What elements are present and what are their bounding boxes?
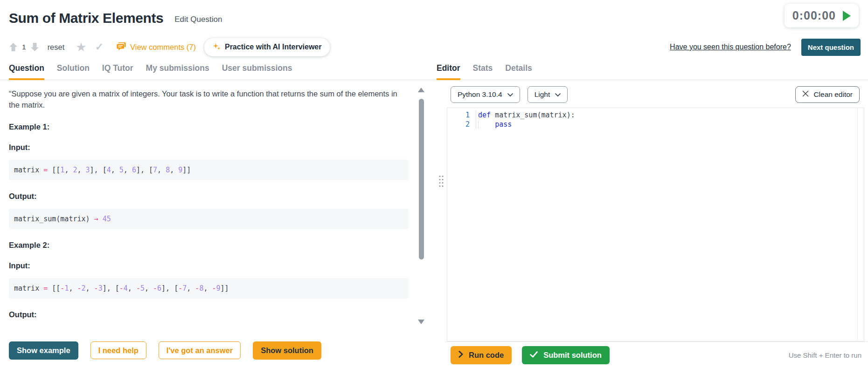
- page-title: Sum of Matrix Elements: [9, 10, 163, 26]
- show-example-button[interactable]: Show example: [9, 341, 78, 360]
- seen-before-link[interactable]: Have you seen this question before?: [670, 43, 791, 51]
- question-panel: “Suppose you are given a matrix of integ…: [0, 80, 437, 368]
- input2-label: Input:: [9, 261, 408, 270]
- output1-label: Output:: [9, 192, 408, 201]
- tab-solution[interactable]: Solution: [57, 63, 90, 80]
- tab-question[interactable]: Question: [9, 63, 44, 80]
- language-select[interactable]: Python 3.10.4: [451, 86, 520, 103]
- tabs-row: Question Solution IQ Tutor My submission…: [0, 63, 868, 80]
- run-code-button[interactable]: Run code: [451, 346, 512, 364]
- comments-icon: [117, 42, 126, 53]
- sparkles-icon: [213, 42, 221, 52]
- tab-my-submissions[interactable]: My submissions: [146, 63, 209, 80]
- editor-toolbar: Python 3.10.4 Light Clean editor: [446, 80, 868, 108]
- check-icon[interactable]: ✓: [95, 41, 104, 53]
- code-editor-content[interactable]: 1def matrix_sum(matrix):2 pass: [447, 108, 864, 129]
- main-split: “Suppose you are given a matrix of integ…: [0, 80, 868, 368]
- input2-code-block: matrix = [[-1, -2, -3], [-4, -5, -6], [-…: [9, 278, 409, 299]
- downvote-icon[interactable]: [30, 42, 39, 52]
- theme-select[interactable]: Light: [528, 86, 568, 103]
- show-solution-button[interactable]: Show solution: [253, 341, 321, 360]
- shortcut-hint: Use Shift + Enter to run: [789, 351, 861, 359]
- question-intro: “Suppose you are given a matrix of integ…: [9, 89, 408, 111]
- star-icon[interactable]: ★: [76, 42, 86, 52]
- question-content: “Suppose you are given a matrix of integ…: [0, 80, 437, 333]
- vote-count: 1: [22, 43, 26, 51]
- need-help-button[interactable]: I need help: [90, 341, 146, 359]
- editor-footer: Run code Submit solution Use Shift + Ent…: [446, 341, 868, 368]
- next-question-button[interactable]: Next question: [801, 39, 861, 56]
- output1-code-block: matrix_sum(matrix) → 45: [9, 209, 409, 229]
- clean-editor-button[interactable]: Clean editor: [795, 86, 860, 103]
- got-answer-button[interactable]: I've got an answer: [159, 341, 241, 359]
- editor-tabs: Editor Stats Details: [437, 63, 532, 80]
- question-actions: Show example I need help I've got an ans…: [0, 333, 437, 368]
- run-code-label: Run code: [469, 351, 504, 360]
- question-scrollbar[interactable]: [418, 88, 424, 324]
- example1-label: Example 1:: [9, 123, 408, 131]
- language-select-value: Python 3.10.4: [458, 90, 502, 99]
- scrollbar-up-arrow-icon[interactable]: [418, 88, 424, 92]
- tab-iq-tutor[interactable]: IQ Tutor: [102, 63, 133, 80]
- chevron-down-icon: [507, 90, 513, 99]
- close-icon: [802, 90, 809, 99]
- checkmark-icon: [530, 351, 538, 360]
- scrollbar-thumb[interactable]: [419, 99, 424, 259]
- title-row: Sum of Matrix Elements Edit Question 0:0…: [9, 4, 861, 33]
- panel-resize-handle[interactable]: [437, 80, 446, 368]
- action-bar: 1 reset ★ ✓ View comments (7): [9, 36, 861, 58]
- tab-stats[interactable]: Stats: [473, 63, 493, 80]
- chevron-right-icon: [458, 351, 463, 360]
- timer-card: 0:00:00: [785, 4, 859, 27]
- tab-user-submissions[interactable]: User submissions: [222, 63, 292, 80]
- submit-solution-button[interactable]: Submit solution: [522, 346, 610, 364]
- editor-panel: Python 3.10.4 Light Clean editor: [446, 80, 868, 368]
- header: Sum of Matrix Elements Edit Question 0:0…: [0, 0, 868, 58]
- clean-editor-label: Clean editor: [813, 90, 853, 99]
- submit-solution-label: Submit solution: [543, 351, 602, 360]
- editor-scrollbar[interactable]: [857, 108, 864, 341]
- output2-label: Output:: [9, 310, 408, 319]
- input1-code-block: matrix = [[1, 2, 3], [4, 5, 6], [7, 8, 9…: [9, 160, 409, 180]
- view-comments-label: View comments (7): [130, 43, 196, 52]
- timer-value: 0:00:00: [792, 9, 836, 22]
- upvote-icon[interactable]: [9, 42, 18, 52]
- reset-link[interactable]: reset: [48, 43, 65, 52]
- app-page: Sum of Matrix Elements Edit Question 0:0…: [0, 0, 868, 368]
- ai-pill-label: Practice with AI Interviewer: [225, 43, 321, 51]
- view-comments-link[interactable]: View comments (7): [117, 42, 196, 53]
- tab-details[interactable]: Details: [505, 63, 532, 80]
- edit-question-link[interactable]: Edit Question: [174, 15, 222, 24]
- theme-select-value: Light: [535, 90, 550, 99]
- scrollbar-down-arrow-icon[interactable]: [418, 320, 424, 324]
- practice-ai-interviewer-button[interactable]: Practice with AI Interviewer: [204, 38, 330, 56]
- question-tabs: Question Solution IQ Tutor My submission…: [9, 63, 437, 80]
- code-editor[interactable]: 1def matrix_sum(matrix):2 pass: [447, 108, 864, 341]
- drag-dots-icon: [439, 176, 444, 187]
- input1-label: Input:: [9, 143, 408, 152]
- example2-label: Example 2:: [9, 241, 408, 250]
- chevron-down-icon: [555, 90, 561, 99]
- play-icon[interactable]: [843, 11, 851, 21]
- tab-editor[interactable]: Editor: [437, 63, 460, 80]
